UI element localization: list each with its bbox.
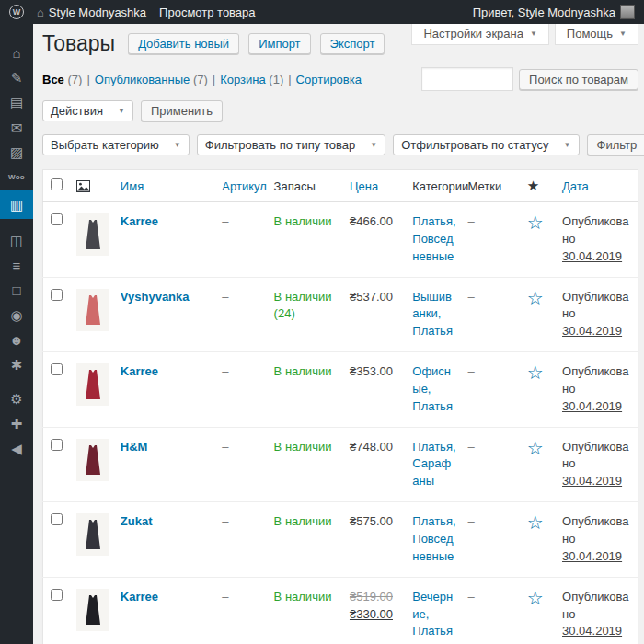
product-tags: –: [463, 427, 522, 502]
import-button[interactable]: Импорт: [248, 33, 310, 54]
sidebar-item-comments[interactable]: ✉: [0, 115, 33, 140]
extensions-icon: ✚: [11, 417, 23, 431]
sort-by-date[interactable]: Дата: [562, 179, 589, 193]
filter-button[interactable]: Фильтр: [587, 134, 644, 155]
stock-status-filter-select[interactable]: Отфильтровать по статусу ▼: [393, 134, 579, 155]
chevron-down-icon: ▼: [530, 29, 537, 38]
sidebar-item-extensions[interactable]: ✚: [0, 411, 33, 436]
bulk-actions-select[interactable]: Действия ▼: [42, 100, 133, 121]
featured-star-toggle[interactable]: ☆: [527, 288, 544, 308]
site-name-link[interactable]: ⌂ Style Modnyashka: [37, 6, 146, 19]
chevron-down-icon: ▼: [370, 141, 377, 149]
table-header: Имя Артикул Запасы Цена Категории Метки …: [43, 170, 638, 202]
product-name-link[interactable]: Karree: [121, 590, 158, 604]
sidebar-item-users[interactable]: ☻: [0, 328, 33, 352]
users-icon: ☻: [9, 333, 24, 347]
row-checkbox[interactable]: [51, 439, 63, 451]
product-thumbnail[interactable]: [76, 439, 109, 481]
row-checkbox[interactable]: [51, 589, 63, 601]
row-checkbox[interactable]: [51, 363, 63, 375]
sidebar-item-marketing[interactable]: ◉: [0, 303, 33, 328]
view-published-count: (7): [193, 73, 208, 86]
product-categories-link[interactable]: Платья, Сарафаны: [412, 440, 455, 489]
product-name-link[interactable]: Karree: [121, 364, 158, 378]
collapse-menu-icon: ◀: [11, 442, 22, 455]
stock-status: В наличии: [274, 590, 332, 604]
product-thumbnail[interactable]: [76, 213, 109, 256]
view-published[interactable]: Опубликованные (7): [95, 73, 208, 86]
view-filters: Все (7) | Опубликованные (7) | Корзина (…: [42, 73, 362, 86]
sidebar-item-templates[interactable]: □: [0, 278, 33, 303]
chevron-down-icon: ▼: [118, 107, 125, 115]
product-thumbnail[interactable]: [76, 289, 109, 331]
product-name-link[interactable]: Vyshyvanka: [121, 290, 190, 304]
featured-star-toggle[interactable]: ☆: [527, 362, 544, 383]
sidebar-item-analytics[interactable]: ◫: [0, 228, 33, 253]
help-label: Помощь: [567, 27, 613, 40]
product-name-link[interactable]: Karree: [121, 214, 158, 228]
sidebar-item-tools[interactable]: ✱: [0, 352, 33, 377]
product-thumbnail[interactable]: [76, 363, 109, 406]
featured-star-toggle[interactable]: ☆: [527, 588, 544, 608]
sidebar-item-elementor[interactable]: ≡: [0, 253, 33, 278]
sidebar-item-settings[interactable]: ⚙: [0, 386, 33, 411]
templates-icon: □: [12, 283, 20, 297]
featured-star-toggle[interactable]: ☆: [527, 512, 544, 533]
add-new-button[interactable]: Добавить новый: [128, 33, 239, 54]
product-thumbnail[interactable]: [76, 513, 109, 556]
admin-bar: W ⌂ Style Modnyashka Просмотр товара При…: [0, 0, 644, 24]
stock-status-filter-value: Отфильтровать по статусу: [401, 138, 548, 152]
publish-date: 30.04.2019: [562, 624, 622, 638]
marketing-icon: ◉: [10, 308, 22, 322]
product-categories-link[interactable]: Вышиванки, Платья: [412, 290, 453, 339]
apply-button[interactable]: Применить: [141, 100, 223, 121]
view-product-link[interactable]: Просмотр товара: [159, 6, 255, 19]
row-checkbox[interactable]: [51, 213, 63, 225]
product-tags: –: [463, 202, 522, 278]
product-type-filter-select[interactable]: Фильтровать по типу товар ▼: [197, 134, 385, 155]
help-button[interactable]: Помощь ▼: [555, 24, 638, 45]
user-avatar: [620, 5, 635, 19]
select-all-checkbox[interactable]: [51, 178, 63, 190]
sidebar-item-products[interactable]: ▥: [0, 190, 33, 219]
sidebar-item-collapse-menu[interactable]: ◀: [0, 436, 33, 461]
view-all[interactable]: Все (7): [42, 73, 82, 86]
product-categories-link[interactable]: Вечерние, Платья: [412, 590, 453, 638]
publish-date: 30.04.2019: [562, 474, 622, 488]
search-input[interactable]: [421, 67, 513, 91]
featured-star-toggle[interactable]: ☆: [527, 438, 544, 458]
stock-status: В наличии: [274, 514, 332, 528]
product-tags: –: [463, 277, 522, 352]
publish-status: Опубликовано: [562, 590, 629, 621]
product-name-link[interactable]: Zukat: [121, 514, 153, 528]
sort-by-price[interactable]: Цена: [350, 179, 378, 193]
sort-by-sku[interactable]: Артикул: [222, 179, 266, 193]
view-trash[interactable]: Корзина (1): [220, 73, 283, 86]
sort-by-name[interactable]: Имя: [121, 179, 144, 193]
view-sorting[interactable]: Сортировка: [296, 73, 362, 86]
admin-bar-left: W ⌂ Style Modnyashka Просмотр товара: [0, 5, 265, 19]
product-categories-link[interactable]: Платья, Повседневные: [412, 214, 455, 263]
search-products-button[interactable]: Поиск по товарам: [519, 69, 638, 90]
featured-star-toggle[interactable]: ☆: [527, 213, 544, 233]
product-name-link[interactable]: H&M: [121, 440, 148, 454]
row-checkbox[interactable]: [51, 289, 63, 301]
product-thumbnail[interactable]: [76, 589, 109, 631]
sidebar-item-posts[interactable]: ✎: [0, 65, 33, 90]
screen-options-label: Настройки экрана: [423, 27, 523, 40]
wordpress-logo-icon[interactable]: W: [9, 5, 24, 19]
category-filter-select[interactable]: Выбрать категорию ▼: [42, 134, 190, 155]
sidebar-item-media[interactable]: ▤: [0, 90, 33, 115]
chevron-down-icon: ▼: [619, 29, 627, 38]
sidebar-item-woocommerce[interactable]: Woo: [0, 165, 33, 190]
stock-status: В наличии (24): [274, 290, 332, 321]
row-checkbox[interactable]: [51, 513, 63, 525]
screen-options-button[interactable]: Настройки экрана ▼: [411, 24, 548, 45]
product-categories-link[interactable]: Платья, Повседневные: [412, 514, 455, 563]
sidebar-item-dashboard[interactable]: ⌂: [0, 40, 33, 65]
product-categories-link[interactable]: Офисные, Платья: [412, 364, 453, 413]
account-menu[interactable]: Привет, Style Modnyashka: [473, 5, 635, 19]
export-button[interactable]: Экспорт: [320, 33, 385, 54]
sidebar-item-appearance[interactable]: ▨: [0, 140, 33, 165]
category-filter-value: Выбрать категорию: [51, 138, 159, 152]
